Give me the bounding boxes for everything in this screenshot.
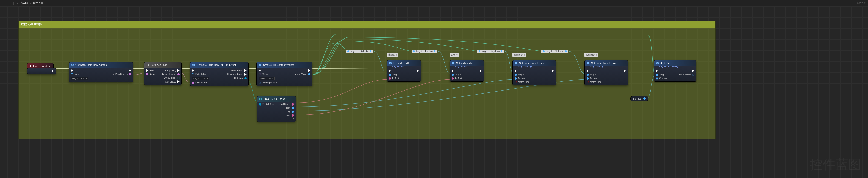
struct-in-pin[interactable] [259,103,261,106]
node-break-struct[interactable]: Break S_SkillStruct S Skill Struct Skill… [257,96,296,122]
exec-in-pin[interactable] [71,69,73,72]
home-icon[interactable]: ⌂ [16,1,19,5]
comment-title[interactable]: 数据表和UI同步 [19,21,715,28]
event-icon: ◆ [30,64,31,67]
loop-icon [146,63,149,66]
exec-in-pin[interactable] [656,69,658,72]
out-names-pin[interactable] [129,73,131,76]
found-pin[interactable] [244,69,247,72]
exec-out-pin[interactable] [479,69,482,72]
exec-out-pin[interactable] [552,69,554,72]
idx-pin[interactable] [177,77,180,79]
ret-pin[interactable] [692,73,694,76]
node-settext-1[interactable]: f SetText (Text) Target is Text Target I… [387,60,421,82]
node-settext-2[interactable]: f SetText (Text) Target is Text Target I… [450,60,484,82]
node-get-row[interactable]: f Get Data Table Row DT_SkillStruct Data… [190,62,249,86]
loop-body-pin[interactable] [177,69,180,72]
pin-badge[interactable]: 技能图标▾ [513,53,526,57]
breadcrumb-item[interactable]: SkillUI [21,2,29,5]
node-add-child[interactable]: f Add Child Target is Panel Widget Targe… [654,60,696,82]
texture-pin[interactable] [587,77,589,80]
elem-pin[interactable] [177,73,180,76]
exec-out-pin[interactable] [129,69,131,72]
content-pin[interactable] [656,77,658,80]
nav-forward[interactable]: → [8,1,11,5]
exec-in-pin[interactable] [192,69,194,72]
pin-badge-row[interactable]: Target Explain [411,50,437,53]
exec-out-pin[interactable] [308,69,310,72]
notfound-pin[interactable] [244,73,247,76]
icon-pin[interactable] [291,107,294,109]
pin-badge-row[interactable]: Target Key Icon [477,50,504,53]
exec-in-pin[interactable] [515,69,517,72]
exec-out-pin[interactable] [692,69,694,72]
exec-out-pin[interactable] [624,69,626,72]
class-pin[interactable] [258,73,261,76]
exec-in-pin[interactable] [452,69,454,72]
pin-label: Loop Body [165,69,176,72]
node-subtitle: Target is Image [513,65,556,68]
nav-back[interactable]: ← [2,1,6,5]
explain-pin[interactable] [291,114,294,117]
pin-badge-row[interactable]: Target Skill Title [346,50,373,53]
pin-label: Target [518,73,524,76]
owner-pin[interactable] [258,82,261,84]
toolbar: ← → ⌂ SkillUI › 事件图表 缩放 1:2 [0,0,868,6]
array-in-pin[interactable] [146,73,148,76]
exec-in-pin[interactable] [587,69,589,72]
function-icon: f [452,61,455,65]
target-pin[interactable] [452,73,454,76]
key-pin[interactable] [291,111,294,113]
breadcrumb-item[interactable]: 事件图表 [32,1,43,5]
exec-out-pin[interactable] [417,69,419,72]
exec-out-pin[interactable] [52,69,54,72]
table-pin[interactable] [192,73,194,76]
pin-label: Out Row [234,77,243,79]
target-pin[interactable] [587,73,589,76]
class-picker[interactable]: Skill Content▾ [258,77,275,80]
node-setbrush-2[interactable]: f Set Brush from Texture Target is Image… [585,60,628,85]
exec-in-pin[interactable] [258,69,261,72]
expand-icon[interactable]: ▾ [293,118,294,120]
target-pin[interactable] [656,73,658,76]
node-subtitle: Target is Image [585,65,628,68]
pin-label: Explain [283,114,290,117]
texture-pin[interactable] [515,77,517,80]
node-title: Set Brush from Texture [519,62,545,64]
matchsize-pin[interactable] [587,81,589,83]
function-icon: f [258,63,262,66]
node-setbrush-1[interactable]: f Set Brush from Texture Target is Image… [513,60,556,85]
exec-in-pin[interactable] [389,69,391,72]
pin-label: Texture [590,77,597,80]
matchsize-pin[interactable] [515,81,517,83]
target-pin[interactable] [389,73,391,76]
pin-badge-row[interactable]: Target Skill Icon [541,50,568,53]
pin-label: Content [659,77,667,80]
rowname-pin[interactable] [192,82,194,84]
pin-badge[interactable]: 技能名▾ [387,53,398,57]
exec-in-pin[interactable] [146,69,148,72]
var-skill-list[interactable]: Skill List [630,96,648,101]
target-pin[interactable] [515,73,517,76]
skillname-pin[interactable] [291,103,294,106]
pin-badge[interactable]: 按键图标▾ [585,53,598,57]
node-subtitle: Target is Panel Widget [654,65,696,68]
pin-badge[interactable]: 说明▾ [450,53,459,57]
table-in-pin[interactable] [71,73,73,76]
blueprint-graph[interactable]: 数据表和UI同步 ◆ Event Construct f Get Data Ta… [0,6,868,178]
intext-pin[interactable] [452,77,454,80]
table-picker[interactable]: DT_SkillStruct▾ [71,77,88,80]
ret-pin[interactable] [308,73,310,76]
table-picker[interactable]: DT_SkillStruct▾ [192,77,210,80]
done-pin[interactable] [177,80,180,83]
outrow-pin[interactable] [244,77,247,79]
node-create-widget[interactable]: f Create Skill Content Widget Class Skil… [256,62,312,86]
node-foreach[interactable]: For Each Loop Exec Array Loop Body Array… [144,62,182,85]
node-event-body[interactable] [27,68,56,74]
pin-label: Array Index [164,77,176,79]
intext-pin[interactable] [389,77,391,80]
pin-label: Owning Player [262,82,277,84]
pin-label: Target [659,73,666,76]
node-get-row-names[interactable]: f Get Data Table Row Names Table DT_Skil… [69,62,133,82]
var-out-pin[interactable] [644,97,646,100]
